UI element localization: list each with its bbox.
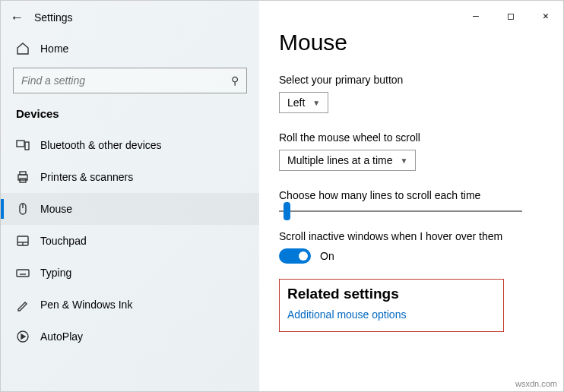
nav-label: Printers & scanners: [40, 171, 133, 183]
related-settings-box: Related settings Additional mouse option…: [279, 279, 504, 332]
nav-label: AutoPlay: [40, 330, 83, 343]
svg-rect-0: [17, 141, 24, 147]
home-label: Home: [40, 43, 68, 55]
search-input[interactable]: [21, 74, 231, 87]
nav-label: Pen & Windows Ink: [40, 299, 132, 311]
minimize-button[interactable]: ―: [458, 1, 493, 30]
nav-label: Mouse: [40, 203, 72, 215]
hover-label: Scroll inactive windows when I hover ove…: [279, 230, 543, 242]
sidebar-item-printers[interactable]: Printers & scanners: [1, 161, 259, 193]
toggle-state: On: [320, 250, 334, 262]
home-icon: [16, 42, 30, 55]
search-icon: ⚲: [231, 74, 239, 87]
lines-slider[interactable]: [279, 210, 522, 212]
pen-icon: [16, 298, 30, 311]
printer-icon: [16, 170, 30, 184]
touchpad-icon: [16, 234, 30, 248]
svg-rect-1: [25, 142, 29, 150]
chevron-down-icon: ▼: [401, 156, 408, 165]
close-button[interactable]: ✕: [528, 1, 563, 30]
scroll-wheel-select[interactable]: Multiple lines at a time ▼: [279, 150, 416, 171]
chevron-down-icon: ▼: [312, 99, 320, 107]
nav-label: Bluetooth & other devices: [40, 139, 162, 151]
page-title: Mouse: [279, 30, 543, 55]
svg-rect-10: [17, 270, 29, 277]
sidebar-item-bluetooth[interactable]: Bluetooth & other devices: [1, 129, 259, 161]
select-value: Multiple lines at a time: [287, 154, 393, 166]
slider-thumb[interactable]: [284, 202, 290, 220]
nav-home[interactable]: Home: [1, 34, 259, 63]
sidebar-item-pen[interactable]: Pen & Windows Ink: [1, 289, 259, 321]
sidebar-item-autoplay[interactable]: AutoPlay: [1, 321, 259, 352]
nav-label: Touchpad: [40, 235, 87, 247]
hover-toggle[interactable]: [279, 248, 311, 264]
primary-button-select[interactable]: Left ▼: [279, 92, 328, 113]
additional-mouse-options-link[interactable]: Additional mouse options: [287, 308, 496, 321]
devices-icon: [16, 138, 30, 152]
app-title: Settings: [34, 11, 73, 24]
sidebar-item-typing[interactable]: Typing: [1, 257, 259, 289]
autoplay-icon: [16, 330, 30, 343]
lines-label: Choose how many lines to scroll each tim…: [279, 189, 543, 201]
sidebar-item-touchpad[interactable]: Touchpad: [1, 225, 259, 257]
search-input-wrap[interactable]: ⚲: [13, 68, 247, 93]
select-value: Left: [287, 96, 305, 109]
watermark: wsxdn.com: [515, 379, 557, 388]
keyboard-icon: [16, 266, 30, 280]
back-button[interactable]: ←: [10, 10, 24, 26]
svg-rect-3: [20, 172, 26, 175]
primary-button-label: Select your primary button: [279, 74, 543, 86]
mouse-icon: [16, 202, 30, 216]
section-label: Devices: [1, 107, 259, 129]
related-title: Related settings: [287, 286, 496, 302]
nav-label: Typing: [40, 267, 71, 279]
scroll-wheel-label: Roll the mouse wheel to scroll: [279, 131, 543, 144]
maximize-button[interactable]: □: [493, 1, 528, 30]
sidebar-item-mouse[interactable]: Mouse: [1, 193, 259, 225]
